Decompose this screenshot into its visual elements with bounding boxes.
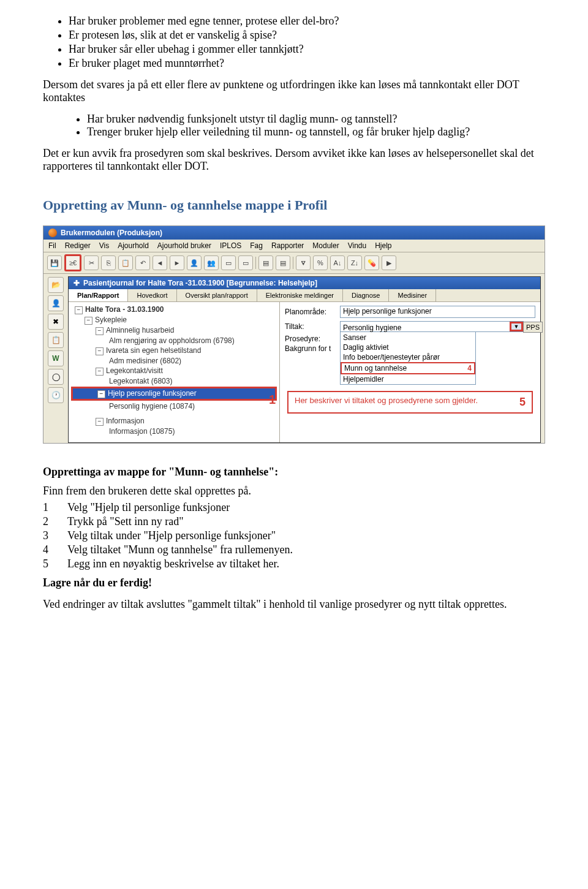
- steps-list: 1Velg "Hjelp til personlige funksjoner 2…: [43, 501, 545, 570]
- page2-icon[interactable]: ▭: [238, 255, 253, 270]
- tiltak-label: Tiltak:: [285, 322, 340, 331]
- planomrade-value: Hjelp personlige funksjoner: [340, 306, 535, 318]
- prev-icon[interactable]: ◄: [153, 255, 167, 270]
- tree-node[interactable]: −Informasjon: [71, 416, 277, 426]
- journal-icon: ✚: [74, 279, 80, 287]
- menu-item[interactable]: Vis: [99, 241, 109, 250]
- menu-item[interactable]: Rediger: [65, 241, 91, 250]
- save-reminder: Lagre når du er ferdig!: [43, 577, 545, 589]
- menu-item[interactable]: Ajourhold: [118, 241, 149, 250]
- step-num: 3: [43, 529, 67, 542]
- page-icon[interactable]: ▭: [221, 255, 236, 270]
- tree-node[interactable]: −Legekontakt/visitt: [71, 366, 277, 376]
- save-icon[interactable]: 💾: [47, 255, 62, 270]
- list-item: Har bruker nødvendig funksjonelt utstyr …: [87, 113, 545, 126]
- prosedyre-label: Prosedyre:: [285, 335, 340, 343]
- tree-root[interactable]: −Halte Tora - 31.03.1900: [71, 305, 277, 315]
- pill-icon[interactable]: 💊: [364, 255, 379, 270]
- tab-oversikt[interactable]: Oversikt plan/rapport: [177, 289, 257, 301]
- tree-node-marked: −Hjelp personlige funksjoner: [71, 387, 277, 401]
- option-munn-tannhelse[interactable]: Munn og tannhelse 4: [341, 362, 475, 374]
- option[interactable]: Sanser: [341, 333, 475, 342]
- tab-plan-rapport[interactable]: Plan/Rapport: [69, 289, 128, 301]
- play-icon[interactable]: ▶: [382, 255, 396, 270]
- window-titlebar: Brukermodulen (Produksjon): [43, 226, 545, 240]
- list-item: Er bruker plaget med munntørrhet?: [69, 57, 545, 70]
- menu-item[interactable]: Vindu: [348, 241, 366, 250]
- step-text: Velg tiltaket "Munn og tannhelse" fra ru…: [67, 543, 293, 556]
- next-icon[interactable]: ►: [170, 255, 184, 270]
- tree-leaf[interactable]: Legekontakt (6803): [71, 376, 277, 386]
- pps-button[interactable]: PPS: [523, 322, 543, 333]
- tab-hovedkort[interactable]: Hovedkort: [128, 289, 176, 301]
- step-num: 2: [43, 515, 67, 528]
- tree-node-hjelp-personlige[interactable]: −Hjelp personlige funksjoner: [73, 388, 275, 399]
- journal-titlebar: ✚ Pasientjournal for Halte Tora -31.03.1…: [69, 277, 540, 289]
- annotation-5: 5: [519, 396, 526, 409]
- vertical-toolbar: 📂 👤 ✖ 📋 W ◯ 🕐: [48, 277, 65, 403]
- bakgrunn-label: Bakgrunn for t: [285, 344, 340, 353]
- users-icon[interactable]: 👥: [204, 255, 219, 270]
- undo-icon[interactable]: ↶: [135, 255, 150, 270]
- word-icon[interactable]: W: [48, 350, 64, 366]
- tree-node[interactable]: −Alminnelig husarbeid: [71, 325, 277, 336]
- section-heading: Oppretting av Munn- og tannhelse mappe i…: [43, 197, 545, 213]
- menu-item[interactable]: Hjelp: [375, 241, 391, 250]
- list-item: Har bruker problemer med egne tenner, pr…: [69, 15, 545, 28]
- tree-node[interactable]: −Ivareta sin egen helsetilstand: [71, 346, 277, 356]
- tab-emeldinger[interactable]: Elektroniske meldinger: [257, 289, 343, 301]
- menu-item[interactable]: Fag: [250, 241, 263, 250]
- user-add-icon[interactable]: 👤: [48, 295, 64, 311]
- toolbar: 💾 ≥€ ✂ ⎘ 📋 ↶ ◄ ► 👤 👥 ▭ ▭ ▤ ▤ ⛛ % A↓ Z↓ 💊…: [43, 252, 545, 274]
- menu-item[interactable]: Ajourhold bruker: [157, 241, 211, 250]
- menu-item[interactable]: Fil: [48, 241, 56, 250]
- step-text: Velg tiltak under "Hjelp personlige funk…: [67, 529, 276, 542]
- step-text: Trykk på "Sett inn ny rad": [67, 515, 184, 528]
- tools-icon[interactable]: ✖: [48, 314, 64, 330]
- menu-item[interactable]: Moduler: [312, 241, 339, 250]
- option[interactable]: Hjelpemidler: [341, 374, 475, 384]
- separator: [255, 257, 256, 269]
- end-paragraph: Ved endringer av tiltak avsluttes "gamme…: [43, 598, 545, 611]
- paragraph: Det er kun avvik fra prosedyren som skal…: [43, 147, 545, 173]
- paste-icon[interactable]: 📋: [118, 255, 133, 270]
- bullet-list-2: Har bruker nødvendig funksjonelt utstyr …: [87, 113, 545, 138]
- bullet-list-1: Har bruker problemer med egne tenner, pr…: [69, 15, 545, 70]
- separator: [293, 257, 293, 269]
- user-icon[interactable]: 👤: [187, 255, 202, 270]
- sort-desc-icon[interactable]: Z↓: [347, 255, 362, 270]
- tree-leaf[interactable]: Informasjon (10875): [71, 426, 277, 436]
- percent-icon[interactable]: %: [313, 255, 328, 270]
- list-item: Har bruker sår eller ubehag i gommer ell…: [69, 43, 545, 56]
- step-text: Velg "Hjelp til personlige funksjoner: [67, 501, 230, 514]
- option[interactable]: Daglig aktiviet: [341, 342, 475, 352]
- journal-title: Pasientjournal for Halte Tora -31.03.190…: [83, 279, 317, 287]
- dropdown-button[interactable]: ▼: [510, 322, 523, 331]
- menu-item[interactable]: IPLOS: [220, 241, 241, 250]
- cut-icon[interactable]: ✂: [84, 255, 99, 270]
- copy-icon[interactable]: ⎘: [101, 255, 116, 270]
- doc-icon[interactable]: ▤: [258, 255, 273, 270]
- subheading: Opprettinga av mappe for "Munn- og tannh…: [43, 466, 545, 479]
- doc2-icon[interactable]: ▤: [276, 255, 290, 270]
- tree-leaf[interactable]: Adm medisiner (6802): [71, 356, 277, 366]
- menu-item[interactable]: Rapporter: [271, 241, 304, 250]
- intro-line: Finn frem den brukeren dette skal oppret…: [43, 485, 545, 497]
- circle-icon[interactable]: ◯: [48, 369, 64, 385]
- filter-icon[interactable]: ⛛: [296, 255, 311, 270]
- tree-leaf[interactable]: Personlig hygiene (10874): [71, 401, 277, 411]
- clipboard-icon[interactable]: 📋: [48, 332, 64, 348]
- tree-leaf[interactable]: Alm rengjøring av oppholdsrom (6798): [71, 336, 277, 346]
- annotation-box: Her beskriver vi tiltaket og prosedyrene…: [287, 391, 533, 414]
- clock-icon[interactable]: 🕐: [48, 387, 64, 403]
- folder-icon[interactable]: 📂: [48, 277, 64, 293]
- patient-tree: −Halte Tora - 31.03.1900 −Sykepleie −Alm…: [69, 302, 280, 442]
- tab-bar: Plan/Rapport Hovedkort Oversikt plan/rap…: [69, 289, 540, 302]
- list-item: Er protesen løs, slik at det er vanskeli…: [69, 29, 545, 42]
- tree-node[interactable]: −Sykepleie: [71, 315, 277, 325]
- option[interactable]: Info beboer/tjenesteyter pårør: [341, 352, 475, 362]
- insert-row-button[interactable]: ≥€: [64, 254, 81, 271]
- sort-asc-icon[interactable]: A↓: [330, 255, 345, 270]
- tab-diagnose[interactable]: Diagnose: [343, 289, 389, 301]
- tab-medisiner[interactable]: Medisiner: [389, 289, 436, 301]
